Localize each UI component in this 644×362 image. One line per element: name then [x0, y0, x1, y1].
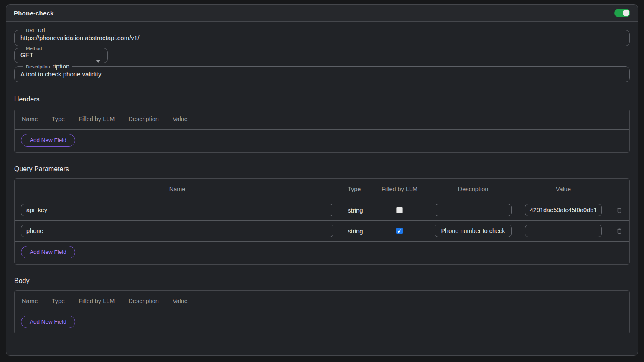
body-table-header: Name Type Filled by LLM Description Valu…	[15, 291, 629, 311]
url-field[interactable]: URL url https://phonevalidation.abstract…	[14, 27, 630, 46]
filled-by-llm-checkbox[interactable]	[396, 228, 403, 234]
param-name-input[interactable]	[21, 204, 333, 216]
param-value-input[interactable]	[525, 225, 602, 237]
headers-section-title: Headers	[14, 96, 630, 103]
card-content: URL url https://phonevalidation.abstract…	[6, 22, 638, 355]
column-header-filled-by-llm: Filled by LLM	[79, 116, 115, 122]
column-header-type: Type	[52, 116, 65, 122]
body-add-new-field-button[interactable]: Add New Field	[21, 316, 75, 328]
column-header-type: Type	[340, 186, 368, 192]
description-label-small: Description	[26, 64, 50, 70]
method-select[interactable]: Method GET	[14, 46, 108, 63]
param-name-input[interactable]	[21, 225, 333, 237]
method-label: Method	[26, 46, 42, 51]
table-row-api-key: string	[15, 200, 629, 220]
body-table: Name Type Filled by LLM Description Valu…	[14, 290, 630, 334]
headers-add-new-field-button[interactable]: Add New Field	[21, 134, 75, 147]
column-header-value: Value	[173, 298, 188, 304]
column-header-value: Value	[173, 116, 188, 122]
url-label-small: URL	[26, 28, 36, 33]
chevron-down-icon[interactable]	[96, 60, 101, 63]
headers-table: Name Type Filled by LLM Description Valu…	[14, 109, 630, 153]
query-parameters-section-title: Query Parameters	[14, 165, 630, 173]
query-parameters-table-header: Name Type Filled by LLM Description Valu…	[15, 179, 629, 200]
headers-add-row: Add New Field	[15, 130, 629, 152]
column-header-description: Description	[128, 298, 159, 304]
delete-row-button[interactable]	[616, 228, 623, 235]
tool-title: Phone-check	[14, 10, 54, 17]
column-header-description: Description	[128, 116, 159, 122]
column-header-value: Value	[522, 186, 605, 192]
method-select-label: Method	[23, 46, 44, 51]
query-parameters-add-new-field-button[interactable]: Add New Field	[21, 246, 75, 258]
param-value-input[interactable]	[525, 204, 602, 216]
description-field[interactable]: Description ription A tool to check phon…	[14, 63, 630, 82]
param-description-input[interactable]	[435, 225, 512, 237]
query-parameters-add-row: Add New Field	[15, 242, 629, 264]
column-header-name: Name	[22, 116, 38, 122]
description-field-label: Description ription	[23, 63, 72, 70]
column-header-description: Description	[431, 186, 515, 192]
column-header-name: Name	[22, 298, 38, 304]
trash-icon	[616, 207, 623, 214]
trash-icon	[616, 228, 623, 235]
filled-by-llm-checkbox[interactable]	[396, 207, 403, 213]
url-field-label: URL url	[23, 27, 48, 34]
table-row-phone: string	[15, 221, 629, 241]
body-section-title: Body	[14, 277, 630, 285]
url-label-large: url	[38, 27, 45, 34]
description-label-large: ription	[53, 63, 70, 70]
column-header-filled-by-llm: Filled by LLM	[79, 298, 115, 304]
method-value[interactable]: GET	[20, 51, 102, 59]
headers-table-header: Name Type Filled by LLM Description Valu…	[15, 109, 629, 129]
column-header-filled-by-llm: Filled by LLM	[374, 186, 425, 192]
description-value[interactable]: A tool to check phone validity	[20, 70, 624, 78]
param-type[interactable]: string	[340, 207, 368, 214]
body-add-row: Add New Field	[15, 311, 629, 334]
param-description-input[interactable]	[435, 204, 512, 216]
enable-toggle[interactable]	[614, 9, 630, 17]
tool-config-card: Phone-check URL url https://phonevalidat…	[6, 4, 638, 356]
url-value[interactable]: https://phonevalidation.abstractapi.com/…	[20, 34, 624, 42]
column-header-name: Name	[21, 186, 333, 192]
param-type[interactable]: string	[340, 228, 368, 235]
card-header: Phone-check	[6, 5, 638, 22]
column-header-type: Type	[52, 298, 65, 304]
query-parameters-table: Name Type Filled by LLM Description Valu…	[14, 178, 630, 265]
delete-row-button[interactable]	[616, 207, 623, 214]
